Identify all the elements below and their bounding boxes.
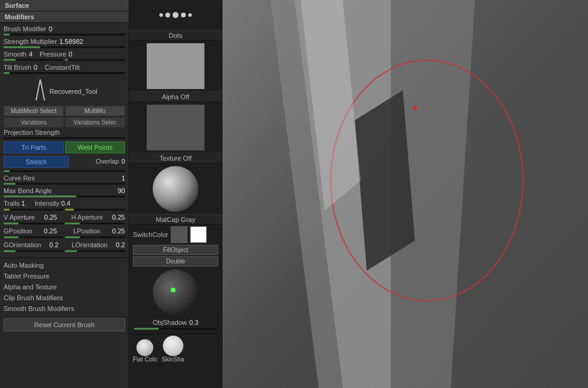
multimo-btn[interactable]: MultiMo [65, 106, 125, 116]
l-orientation-slider[interactable] [65, 250, 125, 252]
multimesh-select-btn[interactable]: MultiMesh Select [4, 106, 64, 116]
texture-off-label[interactable]: Texture Off [129, 153, 222, 163]
reset-current-brush-button[interactable]: Reset Current Brush [4, 318, 125, 331]
stretch-overlap-row: Stretch Overlap 0 [4, 156, 125, 168]
texture-off-inner: Texture Off [129, 102, 222, 163]
curve-res-label: Curve Res [4, 174, 35, 182]
multimesh-row: MultiMesh Select MultiMo [4, 106, 125, 116]
clip-brush-modifiers-item[interactable]: Clip Brush Modifiers [4, 293, 125, 303]
color-white-swatch[interactable] [190, 226, 207, 243]
smooth-brush-modifiers-item[interactable]: Smooth Brush Modifiers [4, 304, 125, 313]
alpha-and-texture-item[interactable]: Alpha and Texture [4, 282, 125, 292]
strength-multiplier-row: Strength Multiplier 1.58982 [4, 38, 125, 45]
projection-strength-label: Projection Strength [4, 129, 60, 136]
projection-slider[interactable] [4, 137, 125, 139]
alpha-off-label[interactable]: Alpha Off [129, 91, 222, 102]
trails-intensity-row: Trails 1 Intensity 0.4 [4, 200, 125, 207]
dots-label[interactable]: Dots [129, 30, 222, 40]
alpha-off-preview [147, 43, 204, 89]
h-aperture-slider[interactable] [65, 223, 125, 224]
l-position-label: LPosition [73, 227, 100, 235]
trails-slider[interactable] [4, 209, 64, 211]
overlap-slider[interactable] [4, 170, 125, 172]
max-bend-label: Max Bend Angle [4, 187, 52, 194]
tilt-row: Tilt Brush 0 ConstantTilt [4, 64, 125, 71]
matcap-label[interactable]: MatCap Gray [129, 214, 222, 224]
curve-res-slider[interactable] [4, 183, 125, 185]
fill-object-btn[interactable]: FillObject [133, 245, 218, 255]
tilt-slider[interactable] [4, 72, 125, 74]
l-orientation-value: 0.2 [116, 241, 125, 248]
color-dark-swatch[interactable] [171, 226, 188, 243]
strength-multiplier-value: 1.58982 [60, 38, 84, 45]
g-orientation-value: 0.2 [49, 241, 58, 248]
tablet-pressure-item[interactable]: Tablet Pressure [4, 271, 125, 281]
aperture-sliders [4, 222, 125, 226]
stretch-btn[interactable]: Stretch [4, 156, 69, 168]
dots-inner: Dots [129, 0, 222, 40]
skin-sphere [163, 336, 183, 356]
max-bend-row: Max Bend Angle 90 [4, 187, 125, 194]
action-btns: Tri Parts Weld Points [4, 141, 125, 153]
objshadow-slider[interactable] [134, 327, 218, 331]
modifiers-label: Modifiers [5, 13, 34, 20]
pressure-label: Pressure [40, 51, 66, 58]
switch-color-btn[interactable]: SwitchColor [133, 231, 168, 238]
g-position-slider[interactable] [4, 236, 64, 238]
strength-multiplier-label: Strength Multiplier [4, 38, 57, 45]
max-bend-slider[interactable] [4, 196, 125, 197]
left-panel: Surface Modifiers Brush Modifier 0 Stren… [0, 0, 129, 388]
objshadow-section: ObjShadow 0.3 [129, 267, 222, 334]
pressure-slider[interactable] [65, 59, 125, 61]
variations-select-btn[interactable]: Variations Selec [65, 117, 125, 128]
objshadow-label-row: ObjShadow 0.3 [149, 318, 202, 327]
v-aperture-label: V Aperture [4, 214, 35, 221]
constant-tilt-label: ConstantTilt [44, 64, 79, 71]
texture-off-section: Texture Off [129, 102, 222, 164]
l-position-value: 0.25 [112, 227, 125, 235]
surface-label: Surface [5, 2, 29, 9]
trails-group: Trails 1 [4, 200, 25, 207]
dot-1 [159, 13, 163, 17]
green-dot [171, 288, 176, 292]
smooth-label: Smooth [4, 51, 26, 58]
matcap-inner: MatCap Gray [129, 164, 222, 224]
tri-parts-btn[interactable]: Tri Parts [4, 141, 64, 153]
l-position-slider[interactable] [65, 236, 125, 238]
intensity-label: Intensity [35, 200, 60, 207]
g-orientation-label: GOrientation [4, 241, 41, 248]
alpha-off-section: Alpha Off [129, 41, 222, 102]
aperture-row: V Aperture 0.25 H Aperture 0.25 [4, 214, 125, 221]
tool-icon [31, 79, 49, 103]
alpha-off-inner: Alpha Off [129, 41, 222, 102]
weld-points-btn[interactable]: Weld Points [65, 141, 125, 153]
intensity-slider[interactable] [65, 209, 125, 211]
trails-label: Trails [4, 200, 19, 207]
position-sliders [4, 236, 125, 240]
auto-masking-item[interactable]: Auto Masking [4, 260, 125, 270]
objshadow-value: 0.3 [189, 319, 198, 326]
objshadow-label[interactable]: ObjShadow [153, 319, 187, 326]
variations-btn[interactable]: Variations [4, 117, 64, 128]
flat-sphere [136, 339, 153, 356]
flat-color-group: Flat Colo [133, 339, 157, 363]
intensity-group: Intensity 0.4 [35, 200, 70, 207]
smooth-pressure-row: Smooth 4 Pressure 0 [4, 51, 125, 58]
strength-multiplier-slider[interactable] [4, 46, 125, 48]
smooth-slider[interactable] [4, 59, 64, 61]
brush-modifier-label: Brush Modifier [4, 25, 46, 32]
flat-color-label[interactable]: Flat Colo [133, 356, 157, 363]
intensity-value: 0.4 [61, 200, 70, 207]
v-aperture-slider[interactable] [4, 223, 64, 224]
brush-modifier-value: 0 [49, 25, 52, 32]
brush-modifier-slider[interactable] [4, 34, 125, 35]
skin-sha-label[interactable]: SkinSha [162, 356, 184, 363]
modifiers-header: Modifiers [0, 11, 129, 23]
dot-3 [173, 12, 179, 18]
double-btn[interactable]: Double [133, 256, 218, 266]
skin-sha-group: SkinSha [162, 336, 184, 363]
h-aperture-label: H Aperture [71, 214, 103, 221]
texture-off-preview [147, 105, 204, 150]
viewport-svg [222, 0, 588, 388]
g-orientation-slider[interactable] [4, 250, 64, 252]
